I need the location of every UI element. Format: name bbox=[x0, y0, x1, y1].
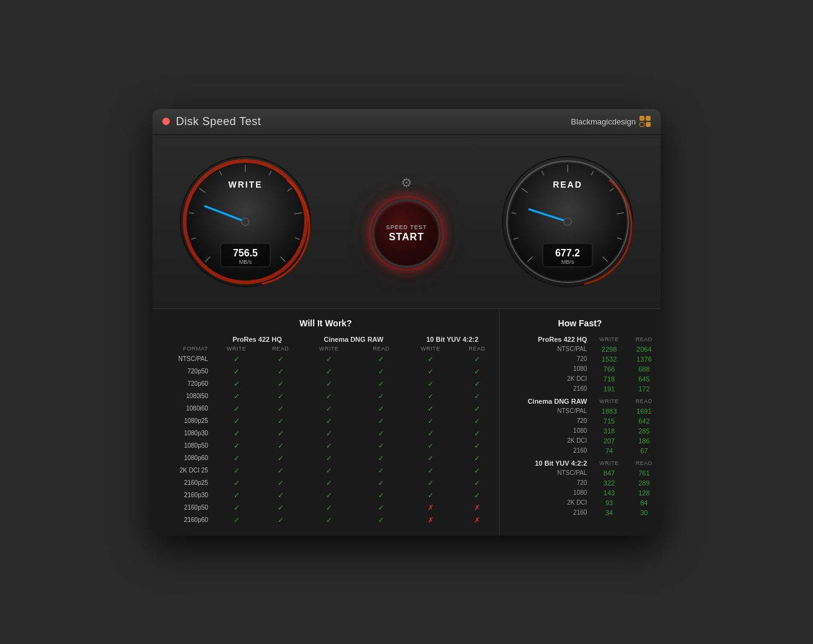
hf-read-value: 128 bbox=[628, 488, 661, 498]
close-button[interactable] bbox=[162, 118, 170, 125]
check-cell: ✗ bbox=[455, 502, 499, 514]
start-label: START bbox=[389, 232, 424, 243]
start-button[interactable]: SPEED TEST START bbox=[372, 199, 441, 268]
check-icon: ✓ bbox=[378, 442, 384, 450]
prores-header: ProRes 422 HQ bbox=[213, 334, 301, 344]
check-cell: ✓ bbox=[455, 378, 499, 390]
center-controls: ⚙ SPEED TEST START bbox=[372, 175, 441, 268]
check-icon: ✓ bbox=[428, 429, 434, 438]
hf-group-header-row: 10 Bit YUV 4:2:2WRITEREAD bbox=[499, 458, 661, 468]
check-cell: ✓ bbox=[301, 464, 357, 477]
check-icon: ✓ bbox=[278, 355, 284, 363]
check-icon: ✓ bbox=[474, 355, 480, 363]
read-gauge: 677.2 MB/s READ bbox=[499, 154, 636, 290]
hf-row-label: 1080 bbox=[499, 364, 591, 374]
hf-read-value: 1376 bbox=[628, 354, 661, 364]
check-cell: ✓ bbox=[301, 390, 357, 402]
brand-logo: Blackmagicdesign bbox=[571, 116, 651, 127]
format-cell: 1080p30 bbox=[152, 427, 213, 440]
check-icon: ✓ bbox=[378, 479, 384, 487]
check-cell: ✓ bbox=[260, 514, 301, 526]
yuv-header: 10 Bit YUV 4:2:2 bbox=[406, 334, 499, 344]
hf-read-header: READ bbox=[628, 334, 661, 344]
brand-dot-3 bbox=[639, 122, 644, 127]
check-icon: ✓ bbox=[474, 454, 480, 463]
hf-row-label: 720 bbox=[499, 478, 591, 488]
check-cell: ✓ bbox=[357, 427, 406, 440]
check-icon: ✓ bbox=[378, 380, 384, 388]
format-cell: 1080i60 bbox=[152, 402, 213, 415]
check-icon: ✓ bbox=[474, 491, 480, 500]
settings-icon[interactable]: ⚙ bbox=[401, 175, 412, 190]
will-it-work-table: ProRes 422 HQ Cinema DNG RAW 10 Bit YUV … bbox=[152, 334, 499, 526]
check-icon: ✓ bbox=[428, 442, 434, 450]
check-cell: ✓ bbox=[406, 452, 455, 464]
format-cell: 1080p50 bbox=[152, 440, 213, 452]
check-icon: ✓ bbox=[234, 367, 240, 376]
brand-dot-4 bbox=[646, 122, 651, 127]
hf-group-label: Cinema DNG RAW bbox=[499, 396, 591, 406]
table-row: 1080p25✓✓✓✓✓✓ bbox=[152, 415, 499, 427]
hf-read-value: 285 bbox=[628, 426, 661, 436]
check-cell: ✓ bbox=[213, 502, 260, 514]
will-it-work-body: NTSC/PAL✓✓✓✓✓✓720p50✓✓✓✓✓✓720p60✓✓✓✓✓✓10… bbox=[152, 353, 499, 526]
hf-row-label: 2160 bbox=[499, 384, 591, 394]
check-cell: ✓ bbox=[357, 440, 406, 452]
table-row: 2160p50✓✓✓✓✗✗ bbox=[152, 502, 499, 514]
check-icon: ✓ bbox=[326, 491, 332, 500]
check-cell: ✓ bbox=[455, 440, 499, 452]
check-cell: ✓ bbox=[455, 390, 499, 402]
format-cell: 2160p25 bbox=[152, 477, 213, 489]
table-row: 720p60✓✓✓✓✓✓ bbox=[152, 378, 499, 390]
check-cell: ✓ bbox=[213, 402, 260, 415]
check-cell: ✓ bbox=[301, 502, 357, 514]
hf-write-value: 191 bbox=[591, 384, 627, 394]
hf-write-value: 74 bbox=[591, 446, 627, 456]
check-icon: ✓ bbox=[234, 479, 240, 487]
check-icon: ✓ bbox=[428, 454, 434, 463]
hf-data-row: 2K DCI718645 bbox=[499, 374, 661, 384]
check-icon: ✓ bbox=[234, 454, 240, 463]
hf-data-row: 1080143128 bbox=[499, 488, 661, 498]
check-icon: ✓ bbox=[234, 466, 240, 475]
check-cell: ✓ bbox=[455, 415, 499, 427]
check-cell: ✓ bbox=[357, 378, 406, 390]
check-icon: ✓ bbox=[378, 429, 384, 438]
prores-write-header: WRITE bbox=[213, 344, 260, 353]
check-cell: ✓ bbox=[260, 390, 301, 402]
hf-read-header: READ bbox=[628, 458, 661, 468]
check-icon: ✓ bbox=[278, 404, 284, 413]
hf-write-header: WRITE bbox=[591, 396, 627, 406]
check-cell: ✓ bbox=[213, 378, 260, 390]
svg-text:MB/s: MB/s bbox=[561, 259, 574, 265]
check-cell: ✓ bbox=[301, 378, 357, 390]
hf-write-value: 847 bbox=[591, 468, 627, 478]
svg-text:677.2: 677.2 bbox=[555, 248, 580, 258]
format-cell: 2160p50 bbox=[152, 502, 213, 514]
check-cell: ✓ bbox=[260, 353, 301, 365]
table-row: 2160p60✓✓✓✓✗✗ bbox=[152, 514, 499, 526]
check-icon: ✓ bbox=[326, 417, 332, 425]
table-row: 1080p30✓✓✓✓✓✓ bbox=[152, 427, 499, 440]
check-cell: ✓ bbox=[406, 489, 455, 502]
check-icon: ✓ bbox=[234, 491, 240, 500]
check-cell: ✓ bbox=[260, 365, 301, 378]
hf-read-value: 67 bbox=[628, 446, 661, 456]
check-cell: ✓ bbox=[357, 365, 406, 378]
check-icon: ✓ bbox=[326, 466, 332, 475]
hf-data-row: 72015321376 bbox=[499, 354, 661, 364]
check-icon: ✓ bbox=[378, 503, 384, 512]
check-icon: ✓ bbox=[378, 454, 384, 463]
check-icon: ✓ bbox=[234, 516, 240, 524]
check-cell: ✓ bbox=[406, 415, 455, 427]
check-icon: ✓ bbox=[378, 355, 384, 363]
check-cell: ✓ bbox=[213, 440, 260, 452]
check-icon: ✓ bbox=[278, 503, 284, 512]
hf-row-label: 1080 bbox=[499, 426, 591, 436]
format-cell: 1080p60 bbox=[152, 452, 213, 464]
check-cell: ✓ bbox=[455, 477, 499, 489]
cross-icon: ✗ bbox=[474, 503, 480, 512]
check-icon: ✓ bbox=[326, 503, 332, 512]
yuv-read-header: READ bbox=[455, 344, 499, 353]
check-icon: ✓ bbox=[428, 479, 434, 487]
